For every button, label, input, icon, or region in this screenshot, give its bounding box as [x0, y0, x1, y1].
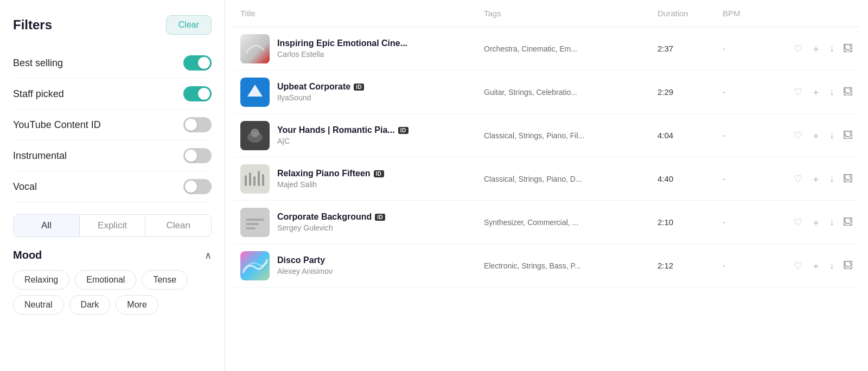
track-text-romantic: Your Hands | Romantic Pia... ID A|C [277, 125, 409, 145]
track-bpm-disco: - [723, 261, 766, 270]
track-tags-disco: Electronic, Strings, Bass, P... [484, 261, 658, 270]
table-row: Upbeat Corporate ID IlyaSound Guitar, St… [234, 71, 859, 114]
mood-tag-tense[interactable]: Tense [142, 270, 188, 290]
track-tags-corporate: Synthesizer, Commercial, ... [484, 218, 658, 227]
track-artist-corporate: Sergey Gulevich [277, 223, 385, 232]
track-artist-inspiring: Carlos Estella [277, 50, 407, 59]
filters-header: Filters Clear [13, 15, 212, 35]
mood-tag-more[interactable]: More [116, 295, 158, 315]
filter-row-instrumental: Instrumental [13, 140, 212, 171]
download-button-inspiring[interactable]: ↓ [829, 43, 834, 54]
mood-tags: Relaxing Emotional Tense Neutral Dark Mo… [13, 270, 212, 315]
track-title-corporate[interactable]: Corporate Background ID [277, 212, 385, 222]
mood-tag-neutral[interactable]: Neutral [13, 295, 64, 315]
filter-label-staff-picked: Staff picked [13, 88, 64, 100]
content-btn-clean[interactable]: Clean [145, 215, 211, 236]
track-thumbnail-relaxing[interactable] [240, 164, 270, 194]
track-artist-disco: Alexey Anisimov [277, 267, 333, 276]
like-button-inspiring[interactable]: ♡ [794, 43, 802, 55]
like-button-upbeat[interactable]: ♡ [794, 86, 802, 98]
track-info-disco: Disco Party Alexey Anisimov [240, 251, 484, 280]
mood-title: Mood [13, 249, 42, 261]
id-badge-upbeat: ID [354, 84, 364, 91]
track-tags-romantic: Classical, Strings, Piano, Fil... [484, 131, 658, 140]
svg-rect-7 [245, 175, 247, 186]
filter-row-youtube: YouTube Content ID [13, 110, 212, 140]
track-tags-upbeat: Guitar, Strings, Celebratio... [484, 88, 658, 97]
track-duration-corporate: 2:10 [658, 218, 723, 227]
track-bpm-corporate: - [723, 218, 766, 227]
table-row: Corporate Background ID Sergey Gulevich … [234, 201, 859, 244]
track-title-disco[interactable]: Disco Party [277, 255, 333, 265]
filter-row-best-selling: Best selling [13, 48, 212, 79]
mood-chevron-icon[interactable]: ∧ [205, 250, 212, 261]
download-button-corporate[interactable]: ↓ [829, 216, 834, 228]
add-button-inspiring[interactable]: ＋ [811, 42, 821, 55]
clear-button[interactable]: Clear [166, 15, 212, 35]
filter-label-youtube: YouTube Content ID [13, 119, 101, 131]
table-row: Relaxing Piano Fifteen ID Majed Salih Cl… [234, 157, 859, 201]
svg-rect-14 [246, 223, 259, 225]
cart-button-romantic[interactable]: ⛾ [843, 130, 853, 141]
track-info-romantic: Your Hands | Romantic Pia... ID A|C [240, 121, 484, 150]
toggle-staff-picked[interactable] [183, 86, 212, 101]
track-duration-disco: 2:12 [658, 261, 723, 270]
track-title-romantic[interactable]: Your Hands | Romantic Pia... ID [277, 125, 409, 135]
id-badge-romantic: ID [398, 127, 409, 134]
svg-rect-13 [246, 219, 264, 221]
download-button-upbeat[interactable]: ↓ [829, 86, 834, 98]
svg-rect-11 [262, 174, 264, 186]
svg-rect-0 [240, 34, 270, 63]
filters-title: Filters [13, 17, 52, 33]
track-artist-relaxing: Majed Salih [277, 180, 384, 189]
track-thumbnail-corporate[interactable] [240, 208, 270, 237]
track-thumbnail-romantic[interactable] [240, 121, 270, 150]
filter-label-vocal: Vocal [13, 181, 37, 193]
svg-point-5 [251, 129, 259, 137]
cart-button-disco[interactable]: ⛾ [843, 260, 853, 271]
track-title-relaxing[interactable]: Relaxing Piano Fifteen ID [277, 169, 384, 178]
filter-label-best-selling: Best selling [13, 57, 63, 69]
mood-section-header: Mood ∧ [13, 249, 212, 261]
mood-tag-dark[interactable]: Dark [69, 295, 111, 315]
svg-rect-10 [258, 171, 260, 186]
content-btn-all[interactable]: All [14, 215, 80, 236]
download-button-relaxing[interactable]: ↓ [829, 173, 834, 184]
like-button-corporate[interactable]: ♡ [794, 216, 802, 228]
table-row: Inspiring Epic Emotional Cine... Carlos … [234, 27, 859, 71]
add-button-corporate[interactable]: ＋ [811, 216, 821, 229]
track-duration-upbeat: 2:29 [658, 87, 723, 97]
cart-button-inspiring[interactable]: ⛾ [843, 43, 853, 54]
add-button-disco[interactable]: ＋ [811, 259, 821, 272]
cart-button-relaxing[interactable]: ⛾ [843, 173, 853, 184]
table-row: Disco Party Alexey Anisimov Electronic, … [234, 244, 859, 287]
mood-tag-relaxing[interactable]: Relaxing [13, 270, 69, 290]
download-button-romantic[interactable]: ↓ [829, 130, 834, 141]
toggle-vocal[interactable] [183, 179, 212, 194]
track-thumbnail-inspiring[interactable] [240, 34, 270, 63]
track-thumbnail-disco[interactable] [240, 251, 270, 280]
cart-button-corporate[interactable]: ⛾ [843, 216, 853, 228]
svg-rect-15 [246, 227, 256, 229]
like-button-romantic[interactable]: ♡ [794, 130, 802, 142]
cart-button-upbeat[interactable]: ⛾ [843, 86, 853, 98]
col-header-bpm: BPM [723, 9, 766, 18]
track-actions-romantic: ♡ ＋ ↓ ⛾ [766, 129, 853, 142]
track-title-upbeat[interactable]: Upbeat Corporate ID [277, 82, 364, 92]
toggle-best-selling[interactable] [183, 55, 212, 71]
col-header-tags: Tags [484, 9, 658, 18]
like-button-relaxing[interactable]: ♡ [794, 173, 802, 185]
like-button-disco[interactable]: ♡ [794, 260, 802, 272]
filter-list: Best selling Staff picked YouTube Conten… [13, 48, 212, 202]
content-btn-explicit[interactable]: Explicit [80, 215, 146, 236]
toggle-youtube[interactable] [183, 117, 212, 132]
download-button-disco[interactable]: ↓ [829, 260, 834, 271]
track-title-inspiring[interactable]: Inspiring Epic Emotional Cine... [277, 39, 407, 48]
toggle-instrumental[interactable] [183, 148, 212, 163]
add-button-upbeat[interactable]: ＋ [811, 86, 821, 99]
mood-tag-emotional[interactable]: Emotional [75, 270, 136, 290]
add-button-romantic[interactable]: ＋ [811, 129, 821, 142]
track-thumbnail-upbeat[interactable] [240, 78, 270, 107]
add-button-relaxing[interactable]: ＋ [811, 172, 821, 186]
track-bpm-romantic: - [723, 131, 766, 140]
